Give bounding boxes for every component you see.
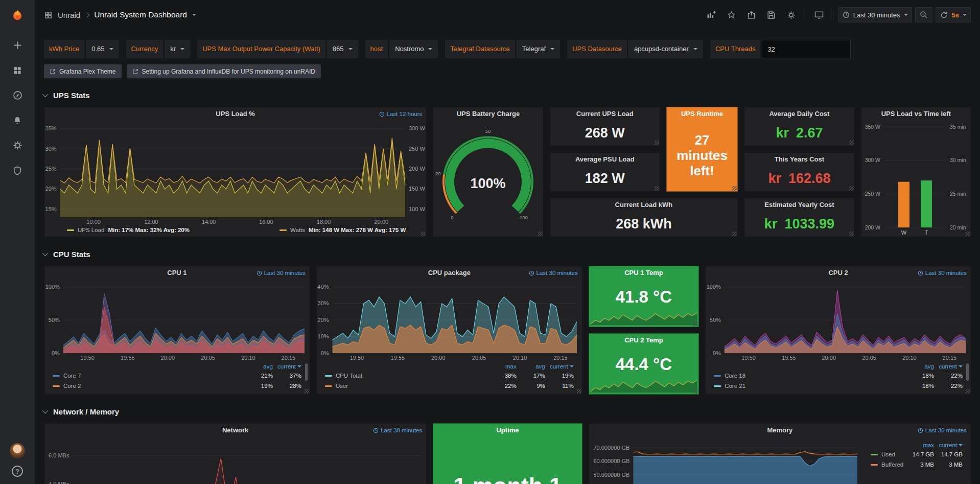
dashboard-settings-button[interactable] [783,7,800,22]
panel-title[interactable]: CPU 2 Temp [589,334,698,347]
panel-cpu-package[interactable]: CPU package Last 30 minutes 0%10%20%30%4… [316,266,582,395]
panel-memory[interactable]: Memory Last 30 minutes 50.000000 GB60.00… [589,423,971,484]
panel-ups-load-vs-time-left[interactable]: UPS Load vs Time left 200 W250 W300 W350… [861,107,971,237]
panel-network[interactable]: Network Last 30 minutes 2.0 MBs4.0 MBs6.… [44,423,427,484]
panel-ups-load[interactable]: UPS Load % Last 12 hours 15%20%25%30%35%… [44,107,427,237]
grafana-logo[interactable] [0,0,35,33]
legend-sort-current[interactable]: current [934,442,963,448]
panel-title[interactable]: Network [44,424,426,437]
user-avatar[interactable] [10,443,25,458]
battery-gauge[interactable]: 02050100100% [433,121,543,237]
legend-scrollbar[interactable] [966,363,969,381]
share-dashboard-button[interactable] [743,7,760,22]
panel-title[interactable]: UPS Load vs Time left [861,107,971,121]
dashboard-link-grafana-plex-theme[interactable]: Grafana Plex Theme [44,64,122,78]
legend-sort-current[interactable]: current [273,363,301,370]
save-dashboard-button[interactable] [763,7,780,22]
panel-this-years-cost[interactable]: This Years Cost kr162.68 [744,152,854,192]
panel-title[interactable]: CPU 1 Temp [589,266,698,280]
sidebar-item-configuration[interactable] [0,133,35,158]
refresh-interval-label[interactable]: 5s [952,11,959,19]
variable-value-dropdown[interactable]: Nostromo [389,40,438,58]
panel-title[interactable]: This Years Cost [744,153,854,166]
panel-average-psu-load[interactable]: Average PSU Load 182 W [550,152,660,192]
legend-item[interactable]: Buffered3 MB3 MB [871,459,963,470]
cycle-view-mode-button[interactable] [810,7,828,22]
panel-title[interactable]: Uptime [433,424,582,437]
variable-value-dropdown[interactable]: Telegraf [517,40,560,58]
row-header-network-memory[interactable]: Network / Memory [44,405,980,418]
breadcrumb-folder[interactable]: Unraid [58,11,80,19]
legend-sort-avg[interactable]: avg [517,363,545,370]
panel-cpu-1-temp[interactable]: CPU 1 Temp 41.8 °C [589,266,699,327]
legend-sort-max[interactable]: max [488,363,517,370]
panel-estimated-yearly-cost[interactable]: Estimated Yearly Cost kr1033.99 [744,198,854,237]
legend-scrollbar[interactable] [305,363,308,381]
panel-title[interactable]: Average Daily Cost [744,107,854,121]
legend-sort-max[interactable]: max [905,442,934,448]
legend-sort-current[interactable]: current [934,363,963,370]
refresh-interval-caret-icon[interactable] [963,14,967,16]
panel-ups-battery-charge[interactable]: UPS Battery Charge 02050100100% [433,107,543,237]
panel-average-daily-cost[interactable]: Average Daily Cost kr2.67 [744,107,854,146]
sidebar-item-server-admin[interactable] [0,158,35,183]
variable-value-dropdown[interactable]: apcupsd-container [628,40,703,58]
panel-title[interactable]: UPS Load % [44,107,426,121]
time-range-picker[interactable]: Last 30 minutes [838,7,912,22]
dashboard-switcher-caret-icon[interactable] [192,14,196,16]
main-area: Unraid Unraid System Dashboard [35,0,980,484]
dashboard-title[interactable]: Unraid System Dashboard [94,10,187,19]
zoom-out-button[interactable] [915,7,932,22]
panel-uptime[interactable]: Uptime 1 month 1 [433,423,582,484]
add-panel-button[interactable] [703,7,720,22]
panel-current-ups-load[interactable]: Current UPS Load 268 W [550,107,660,146]
panel-cpu-1[interactable]: CPU 1 Last 30 minutes 0%50%100%19:5019:5… [44,266,310,395]
legend-item[interactable]: CPU Total38%17%19% [325,371,574,381]
legend-sort-avg[interactable]: avg [905,363,934,370]
cpu-package-chart[interactable]: 0%10%20%30%40%19:5019:5520:0020:0520:102… [317,280,582,361]
refresh-button[interactable]: 5s [936,7,971,22]
breadcrumb[interactable]: Unraid Unraid System Dashboard [44,10,196,19]
help-icon[interactable]: ? [12,466,23,477]
panel-ups-runtime[interactable]: UPS Runtime 27 minutes left! [666,107,738,192]
memory-chart[interactable]: 50.000000 GB60.000000 GB70.000000 GB19:5… [589,437,862,484]
cpu1-chart[interactable]: 0%50%100%19:5019:5520:0020:0520:1020:15 [44,280,310,361]
panel-cpu-2-temp[interactable]: CPU 2 Temp 44.4 °C [589,333,699,395]
legend-item[interactable]: Core 1818%22% [714,371,963,381]
panel-title[interactable]: Current UPS Load [550,107,660,121]
row-header-cpu-stats[interactable]: CPU Stats [44,247,980,261]
legend-item[interactable]: Core 2118%22% [714,381,963,391]
panel-title[interactable]: UPS Runtime [667,107,737,121]
legend-item[interactable]: Core 721%37% [53,371,301,381]
row-header-ups-stats[interactable]: UPS Stats [44,88,980,102]
panel-current-load-kwh[interactable]: Current Load kWh 268 kWh [550,198,738,237]
ups-load-chart[interactable]: 15%20%25%30%35%100 W150 W200 W250 W300 W… [44,121,426,225]
legend-sort-current[interactable]: current [545,363,574,370]
legend-item[interactable]: Core 219%28% [53,381,301,391]
variable-value-dropdown[interactable]: kr [165,40,190,58]
variable-value-dropdown[interactable]: 0.65 [86,40,119,58]
sidebar-item-dashboards[interactable] [0,58,35,83]
legend-item[interactable]: User22%9%11% [325,381,574,391]
star-dashboard-button[interactable] [723,7,740,22]
legend-item[interactable]: UPS Load Min: 17% Max: 32% Avg: 20% [67,227,190,233]
panel-title[interactable]: Current Load kWh [550,198,738,212]
panel-title[interactable]: Average PSU Load [550,153,660,166]
legend-item[interactable]: Watts Min: 148 W Max: 278 W Avg: 175 W [279,227,406,233]
dashboard-link-setup-guide[interactable]: Setting up Grafana and InfluxDB for UPS … [127,64,321,78]
legend-item[interactable]: Used14.7 GB14.7 GB [871,449,963,459]
sidebar-item-explore[interactable] [0,83,35,108]
legend-sort-avg[interactable]: avg [244,363,273,370]
cpu-threads-input[interactable] [762,40,851,58]
panel-title[interactable]: UPS Battery Charge [433,107,543,121]
variable-value-dropdown[interactable]: 865 [327,40,358,58]
panel-title[interactable]: Memory [589,424,971,437]
stat-value: kr162.68 [764,171,834,187]
sidebar-item-alerting[interactable] [0,108,35,133]
network-chart[interactable]: 2.0 MBs4.0 MBs6.0 MBs19:5019:5520:0020:0… [44,437,426,484]
ups-load-vs-time-chart[interactable]: 200 W250 W300 W350 W20 min25 min30 min35… [861,121,971,237]
cpu2-chart[interactable]: 0%50%100%19:5019:5520:0020:0520:1020:15 [706,280,971,361]
panel-title[interactable]: Estimated Yearly Cost [744,198,854,212]
sidebar-item-create[interactable] [0,33,35,58]
panel-cpu-2[interactable]: CPU 2 Last 30 minutes 0%50%100%19:5019:5… [705,266,971,395]
